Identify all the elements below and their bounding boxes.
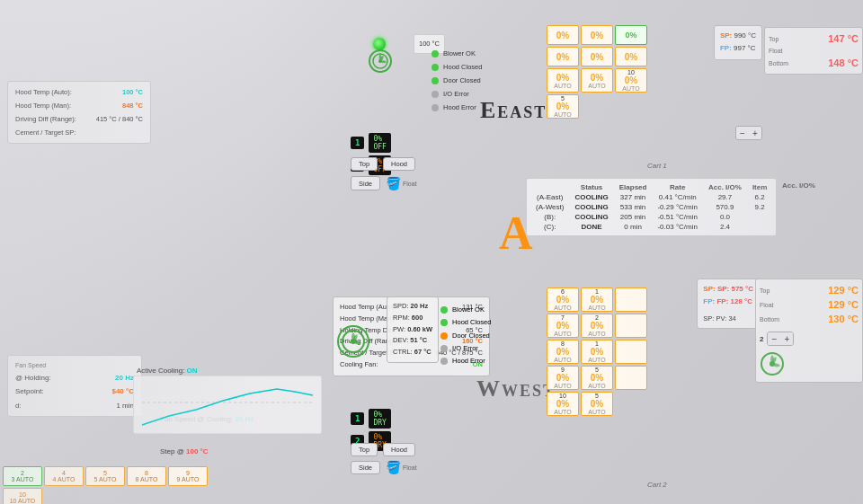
io-error-bot-label: I/O Error — [452, 344, 478, 352]
stepper-minus[interactable]: − — [768, 332, 780, 345]
col-rate: Rate — [652, 182, 703, 192]
fan-cell-4[interactable]: 44 AUTO — [44, 466, 84, 486]
west-side-button[interactable]: Side — [351, 461, 380, 474]
cart2-grid: 6 0%AUTO 1 0%AUTO 7 0%AUTO 2 0%AUTO 8 0%… — [547, 287, 647, 416]
item5-a-west: 9.2 — [747, 202, 772, 212]
dev-val-top: 51 °C — [410, 336, 427, 344]
rpm-row: RPM: 600 — [393, 313, 432, 324]
cart2-cell-7[interactable]: 7 0%AUTO — [547, 314, 579, 338]
cart1-cell-9[interactable]: 10 0%AUTO — [615, 68, 647, 93]
cart1-cell-7[interactable]: 0%AUTO — [547, 68, 579, 93]
hood-error-label: Hood Error — [443, 103, 476, 111]
cart2-cell-1b[interactable]: 1 0%AUTO — [581, 340, 613, 364]
spd-val-top: 20 Hz — [411, 302, 429, 310]
stepper-val-2: 2 — [760, 335, 763, 343]
stepper-top-plus[interactable]: + — [749, 127, 761, 139]
fp-bot-row: FP: FP: 128 °C — [703, 296, 753, 308]
io-error-bot-row: I/O Error — [440, 342, 491, 355]
temp-bot-top-row: Top 129 °C — [760, 283, 859, 297]
west-num-box-1: 1 — [351, 412, 364, 425]
item5-a-east: 6.2 — [747, 192, 772, 202]
sp-top-val: 990 °C — [734, 31, 756, 40]
east-ns-row-1: 1 0%OFF — [351, 133, 391, 153]
stepper-control[interactable]: − + — [767, 332, 794, 346]
fan-cell-9[interactable]: 99 AUTO — [168, 466, 208, 486]
east-side-button[interactable]: Side — [351, 176, 380, 190]
cart1-cell-6[interactable]: 0% — [615, 47, 647, 66]
fan-svg-top — [371, 52, 389, 70]
east-top-button[interactable]: Top — [351, 157, 378, 171]
cart1-label: Cart 1 — [647, 162, 667, 170]
sp-bot-label: SP: — [703, 285, 715, 293]
fan-at-holding-row: @ Holding: 20 Hz — [15, 371, 134, 385]
west-hood-button[interactable]: Hood — [383, 443, 415, 456]
cart2-cell-8[interactable]: 8 0%AUTO — [547, 340, 579, 364]
fan-cell-5[interactable]: 55 AUTO — [85, 466, 125, 486]
active-cooling-row: Active Cooling: ON — [137, 367, 198, 375]
fan-svg — [341, 329, 366, 354]
fan-cell-2[interactable]: 23 AUTO — [3, 466, 42, 486]
cart1-cell-1[interactable]: 0% — [547, 25, 579, 45]
status-table: Status Elapsed Rate Acc. I/O% Item (A-Ea… — [530, 182, 772, 232]
cart1-cell-10[interactable]: 5 0%AUTO — [547, 94, 579, 119]
cart2-cell-3b — [615, 340, 647, 364]
temp-bot-label: Bottom — [769, 60, 788, 66]
door-closed-label: Door Closed — [443, 76, 481, 84]
hood-closed-bot-row: Hood Closed — [440, 316, 491, 329]
stepper-top-row: − + — [735, 126, 762, 140]
cart2-cell-2[interactable]: 2 0%AUTO — [581, 314, 613, 338]
door-closed-row: Door Closed — [432, 74, 482, 87]
stepper-plus[interactable]: + — [780, 332, 793, 345]
cart2-cell-10[interactable]: 10 0%AUTO — [547, 392, 579, 416]
east-info-row-1: Hood Temp (Auto): 100 °C — [15, 85, 143, 99]
fan-icon-top — [369, 49, 392, 73]
door-closed-bot-label: Door Closed — [452, 332, 490, 340]
east-hood-button[interactable]: Hood — [383, 157, 415, 171]
svg-point-7 — [770, 361, 775, 367]
east-info-panel: Hood Temp (Auto): 100 °C Hood Temp (Man)… — [7, 81, 151, 144]
cart1-cell-4[interactable]: 0% — [547, 47, 579, 66]
svg-point-5 — [378, 59, 382, 63]
cart2-cell-9[interactable]: 9 0%AUTO — [547, 366, 579, 390]
cart2-cell-6[interactable]: 6 0%AUTO — [547, 287, 579, 312]
fan-cell-10[interactable]: 1010 AUTO — [3, 488, 42, 504]
cart2-cell-5[interactable]: 5 0%AUTO — [581, 366, 613, 390]
cart2-cell-5b[interactable]: 5 0%AUTO — [581, 392, 613, 416]
cart1-cell-3[interactable]: 0% — [615, 25, 647, 45]
west-top-button[interactable]: Top — [351, 443, 378, 456]
hood-closed-dot — [432, 64, 439, 71]
fp-bot-label: FP: — [703, 297, 715, 305]
status-b: COOLING — [569, 212, 613, 222]
fan-cell-8[interactable]: 88 AUTO — [127, 466, 166, 486]
blower-ok-row: Blower OK — [432, 47, 482, 60]
cart2-cell-4b — [615, 366, 647, 390]
sp-pv-val: PV: 34 — [716, 314, 736, 323]
east-btn-row-1: Top Hood — [351, 157, 415, 171]
elapsed-c: 0 min — [614, 222, 653, 232]
stepper-top-control[interactable]: − + — [735, 126, 762, 140]
sp-bot-row: SP: SP: 575 °C — [703, 283, 753, 296]
blower-ok-bot-dot — [440, 306, 448, 314]
step-at-label: Step @ — [160, 447, 184, 455]
sp-bot-val: SP: 575 °C — [717, 285, 753, 293]
fan-svg-br — [760, 351, 785, 376]
cart2-cell-1[interactable]: 1 0%AUTO — [581, 287, 613, 312]
east-hood-temp-man-val: 848 °C — [122, 99, 143, 112]
east-info-row-4: Cement / Target SP: — [15, 126, 143, 139]
cart1-cell-8[interactable]: 0%AUTO — [581, 68, 613, 93]
cart1-cell-5[interactable]: 0% — [581, 47, 613, 66]
west-btn-row-1: Top Hood — [351, 443, 417, 456]
active-cooling-label: Active Cooling: — [137, 367, 184, 375]
east-btn-row-2: Side 🪣 Float — [351, 176, 417, 190]
item5-b — [747, 212, 772, 222]
hood-error-bot-row: Hood Error — [440, 355, 491, 367]
stepper-top-minus[interactable]: − — [736, 127, 749, 139]
east-cement-label: Cement / Target SP: — [15, 126, 76, 139]
hold-label: d: — [15, 399, 22, 412]
cart1-cell-2[interactable]: 0% — [581, 25, 613, 45]
temp-panel-top-right: Top 147 °C Float Bottom 148 °C — [764, 27, 863, 75]
acc-c: 2.4 — [703, 222, 747, 232]
fan-icon-bottom-right — [760, 351, 859, 378]
west-btn-row-2: Side 🪣 Float — [351, 460, 417, 474]
zone-a-west: (A-West) — [530, 202, 569, 212]
